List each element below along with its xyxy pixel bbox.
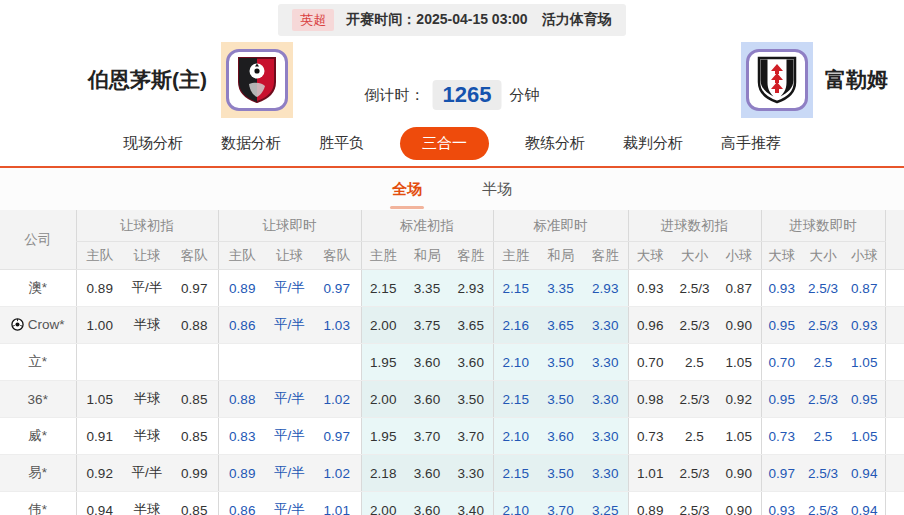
- odds-cell: 1.02: [313, 381, 361, 418]
- header-subcol: 客胜: [583, 242, 628, 270]
- odds-cell: 0.88: [218, 381, 266, 418]
- odds-cell: 2.10: [493, 418, 538, 455]
- odds-cell: 3.70: [405, 418, 449, 455]
- odds-cell: 2.5/3: [802, 381, 844, 418]
- odds-cell: 2.5: [672, 418, 717, 455]
- odds-cell: 平/半: [266, 270, 313, 307]
- odds-cell: 2.5/3: [802, 492, 844, 515]
- odds-cell: 半球: [123, 381, 171, 418]
- odds-cell: 3.50: [538, 381, 583, 418]
- kickoff-value: 2025-04-15 03:00: [416, 11, 527, 27]
- nav-tab-2[interactable]: 胜平负: [317, 128, 366, 159]
- odds-cell: 0.70: [761, 344, 802, 381]
- period-subtabs: 全场半场: [0, 168, 904, 210]
- odds-cell: 1.05: [844, 344, 885, 381]
- odds-cell: 0.86: [218, 307, 266, 344]
- countdown-value: 1265: [433, 80, 502, 110]
- odds-cell: 1.01: [313, 492, 361, 515]
- header-subcol: 大小: [802, 242, 844, 270]
- fulham-crest-icon: [746, 49, 808, 111]
- odds-cell: 1.00: [76, 307, 123, 344]
- odds-cell: 3.30: [449, 455, 493, 492]
- nav-tab-0[interactable]: 现场分析: [121, 128, 185, 159]
- odds-cell: 2.15: [361, 270, 405, 307]
- filler-cell: [885, 307, 904, 344]
- kickoff-time: 开赛时间：2025-04-15 03:00: [346, 11, 527, 29]
- odds-cell: 1.05: [717, 344, 761, 381]
- header-subcol: 大球: [761, 242, 802, 270]
- header-group-0: 让球初指: [76, 210, 218, 242]
- odds-cell: 0.93: [844, 307, 885, 344]
- bournemouth-crest-icon: [226, 49, 288, 111]
- subtab-1[interactable]: 半场: [480, 176, 514, 203]
- odds-cell: [171, 344, 218, 381]
- company-cell: Crow*: [0, 307, 76, 344]
- home-team-name: 伯恩茅斯(主): [88, 66, 207, 94]
- odds-cell: 3.40: [449, 492, 493, 515]
- countdown: 倒计时： 1265 分钟: [365, 80, 540, 110]
- odds-cell: 0.88: [171, 307, 218, 344]
- odds-cell: 0.85: [171, 418, 218, 455]
- nav-tab-6[interactable]: 高手推荐: [719, 128, 783, 159]
- subtab-0[interactable]: 全场: [390, 176, 424, 203]
- odds-cell: 0.92: [76, 455, 123, 492]
- odds-cell: 平/半: [123, 455, 171, 492]
- odds-cell: 3.65: [538, 307, 583, 344]
- venue-name: 活力体育场: [542, 11, 612, 29]
- odds-cell: 0.90: [717, 307, 761, 344]
- odds-cell: 0.89: [218, 455, 266, 492]
- odds-cell: 0.73: [628, 418, 672, 455]
- odds-cell: 0.99: [171, 455, 218, 492]
- odds-cell: 1.95: [361, 344, 405, 381]
- odds-cell: 0.95: [761, 381, 802, 418]
- odds-cell: 3.30: [583, 307, 628, 344]
- header-subcol: 客胜: [449, 242, 493, 270]
- nav-tab-5[interactable]: 裁判分析: [621, 128, 685, 159]
- odds-cell: 2.10: [493, 492, 538, 515]
- company-cell: 澳*: [0, 270, 76, 307]
- odds-cell: 0.94: [76, 492, 123, 515]
- odds-cell: 2.5/3: [672, 492, 717, 515]
- odds-cell: 3.60: [405, 492, 449, 515]
- odds-cell: 0.95: [844, 381, 885, 418]
- odds-cell: [266, 344, 313, 381]
- odds-cell: 2.00: [361, 307, 405, 344]
- away-team-name: 富勒姆: [825, 66, 888, 94]
- header-subcol: 主胜: [493, 242, 538, 270]
- header-group-2: 标准初指: [361, 210, 493, 242]
- odds-cell: 0.85: [171, 492, 218, 515]
- header-group-3: 标准即时: [493, 210, 628, 242]
- header-group-5: 进球数即时: [761, 210, 885, 242]
- table-row: 伟*0.94半球0.850.86平/半1.012.003.603.402.103…: [0, 492, 904, 515]
- odds-table-head: 公司让球初指让球即时标准初指标准即时进球数初指进球数即时主队让球客队主队让球客队…: [0, 210, 904, 270]
- nav-tab-1[interactable]: 数据分析: [219, 128, 283, 159]
- kickoff-label: 开赛时间：: [346, 11, 416, 27]
- match-pill: 英超 开赛时间：2025-04-15 03:00 活力体育场: [278, 4, 625, 36]
- odds-cell: 3.30: [583, 344, 628, 381]
- nav-tab-4[interactable]: 教练分析: [523, 128, 587, 159]
- odds-cell: 0.97: [313, 270, 361, 307]
- odds-cell: 2.15: [493, 455, 538, 492]
- odds-cell: 3.30: [583, 381, 628, 418]
- odds-cell: 平/半: [123, 270, 171, 307]
- company-cell: 伟*: [0, 492, 76, 515]
- countdown-label: 倒计时：: [365, 86, 425, 105]
- odds-cell: 3.60: [405, 344, 449, 381]
- nav-tab-3[interactable]: 三合一: [400, 127, 489, 160]
- odds-cell: 0.87: [844, 270, 885, 307]
- odds-cell: 3.50: [538, 455, 583, 492]
- odds-cell: 3.65: [449, 307, 493, 344]
- filler-cell: [885, 455, 904, 492]
- odds-cell: 3.35: [405, 270, 449, 307]
- odds-cell: 平/半: [266, 492, 313, 515]
- odds-cell: 1.05: [844, 418, 885, 455]
- league-badge: 英超: [292, 9, 334, 31]
- filler-cell: [885, 381, 904, 418]
- away-team: 富勒姆: [741, 42, 888, 118]
- home-team: 伯恩茅斯(主): [88, 42, 293, 118]
- odds-cell: 3.60: [405, 455, 449, 492]
- odds-cell: 0.87: [717, 270, 761, 307]
- table-row: 易*0.92平/半0.990.89平/半1.022.183.603.302.15…: [0, 455, 904, 492]
- odds-cell: 半球: [123, 418, 171, 455]
- odds-table: 公司让球初指让球即时标准初指标准即时进球数初指进球数即时主队让球客队主队让球客队…: [0, 210, 904, 515]
